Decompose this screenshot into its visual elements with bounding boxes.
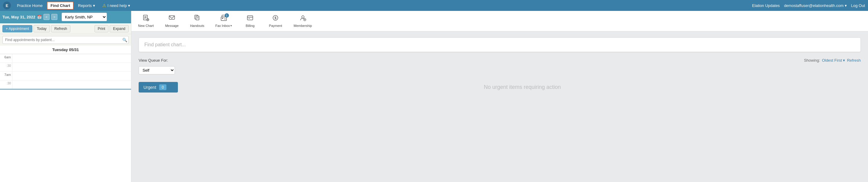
nav-find-chart[interactable]: Find Chart [47, 1, 74, 10]
next-date-button[interactable]: > [51, 14, 57, 20]
right-panel: New Chart Message [131, 11, 868, 182]
payment-icon: $ [272, 14, 279, 23]
urgent-count-badge: 0 [159, 84, 166, 90]
message-button[interactable]: Message [163, 13, 181, 29]
nav-reports[interactable]: Reports ▾ [75, 2, 98, 9]
membership-icon [300, 14, 306, 23]
svg-text:$: $ [275, 16, 276, 20]
add-appointment-button[interactable]: + Appointment [2, 25, 32, 32]
user-dropdown-icon: ▾ [845, 3, 847, 8]
logo: E [3, 1, 11, 9]
print-button[interactable]: Print [95, 25, 109, 32]
svg-point-22 [302, 16, 304, 18]
new-chart-icon [143, 14, 149, 23]
calendar-icon[interactable]: 📅 [37, 15, 42, 19]
payment-button[interactable]: $ Payment [267, 13, 284, 29]
time-cell-6am[interactable] [12, 54, 131, 63]
nav-help[interactable]: ⚠ I need help ▾ [99, 2, 133, 9]
queue-top-row: View Queue For: Showing: Oldest First ▾ … [138, 58, 861, 63]
reports-dropdown-icon: ▾ [93, 3, 95, 8]
time-cell-7am[interactable] [12, 72, 131, 80]
elation-updates-link[interactable]: Elation Updates [752, 3, 780, 8]
calendar-grid: 6am :30 7am :30 [0, 54, 131, 182]
svg-rect-12 [221, 17, 226, 21]
handouts-button[interactable]: Handouts [188, 13, 206, 29]
search-row: 🔍 [0, 34, 131, 46]
no-urgent-message: No urgent items requiring action [184, 78, 861, 96]
time-label-7am: 7am [0, 72, 12, 80]
nav-right: Elation Updates demostaffuser@elationhea… [752, 3, 865, 8]
payment-label: Payment [269, 24, 282, 28]
showing-label: Showing: [804, 58, 820, 63]
current-date: Tue, May 31, 2022 [2, 15, 35, 19]
showing-value-link[interactable]: Oldest First ▾ [822, 58, 845, 63]
message-icon [168, 14, 175, 23]
main-content: Find patient chart... View Queue For: Sh… [131, 31, 868, 182]
billing-button[interactable]: Billing [241, 13, 259, 29]
time-slot-730: :30 [0, 81, 131, 90]
action-toolbar: + Appointment Today Refresh Print Expand [0, 23, 131, 34]
provider-select[interactable]: Karly Smith, NP [62, 13, 107, 21]
queue-refresh-link[interactable]: Refresh [847, 58, 861, 63]
time-slot-6am: 6am [0, 54, 131, 63]
nav-practice-home[interactable]: Practice Home [14, 2, 45, 9]
main-layout: Tue, May 31, 2022 📅 < > Karly Smith, NP … [0, 11, 868, 182]
svg-rect-17 [247, 16, 253, 20]
queue-select-row: Self Everyone [138, 66, 861, 74]
time-cell-730[interactable] [12, 81, 131, 89]
time-cell-630[interactable] [12, 63, 131, 71]
fax-badge: 1 [225, 13, 229, 18]
find-patient-chart-input[interactable]: Find patient chart... [138, 37, 861, 52]
warning-icon: ⚠ [102, 3, 106, 8]
new-chart-button[interactable]: New Chart [136, 13, 156, 29]
queue-view-controls: View Queue For: [138, 58, 168, 63]
new-chart-label: New Chart [138, 24, 154, 28]
today-button[interactable]: Today [33, 25, 50, 32]
queue-view-label: View Queue For: [138, 58, 168, 63]
user-menu[interactable]: demostaffuser@elationhealth.com ▾ [784, 3, 847, 8]
help-dropdown-icon: ▾ [128, 3, 130, 8]
queue-for-select[interactable]: Self Everyone [138, 66, 175, 74]
handouts-icon [194, 14, 200, 23]
prev-date-button[interactable]: < [43, 14, 50, 20]
fax-dropdown-icon: ▾ [230, 24, 232, 27]
billing-label: Billing [246, 24, 255, 28]
showing-dropdown-icon: ▾ [843, 58, 845, 63]
action-icons-bar: New Chart Message [131, 11, 868, 31]
logout-link[interactable]: Log Out [851, 3, 865, 8]
date-toolbar: Tue, May 31, 2022 📅 < > Karly Smith, NP [0, 11, 131, 23]
time-label-630: :30 [0, 63, 12, 71]
refresh-appointments-button[interactable]: Refresh [51, 25, 70, 32]
queue-section: View Queue For: Showing: Oldest First ▾ … [138, 58, 861, 96]
fax-inbox-button[interactable]: 1 Fax Inbox ▾ [214, 13, 234, 29]
membership-button[interactable]: Membership [292, 13, 314, 29]
queue-showing: Showing: Oldest First ▾ Refresh [804, 58, 861, 63]
search-icon: 🔍 [122, 38, 127, 42]
message-label: Message [165, 24, 179, 28]
time-label-730: :30 [0, 81, 12, 89]
top-nav: E Practice Home Find Chart Reports ▾ ⚠ I… [0, 0, 868, 11]
billing-icon [247, 14, 253, 23]
time-label-6am: 6am [0, 54, 12, 63]
handouts-label: Handouts [190, 24, 204, 28]
urgent-button[interactable]: Urgent 0 [138, 82, 178, 92]
left-panel: Tue, May 31, 2022 📅 < > Karly Smith, NP … [0, 11, 131, 182]
fax-inbox-label: Fax Inbox ▾ [215, 24, 232, 28]
svg-rect-13 [222, 18, 223, 19]
membership-label: Membership [293, 24, 312, 28]
expand-button[interactable]: Expand [110, 25, 129, 32]
search-wrap: 🔍 [2, 36, 129, 44]
urgent-row: Urgent 0 No urgent items requiring actio… [138, 78, 861, 96]
time-slot-630: :30 [0, 63, 131, 72]
search-button[interactable]: 🔍 [122, 38, 127, 42]
fax-inbox-icon: 1 [220, 14, 227, 23]
calendar-header: Tuesday 05/31 [0, 46, 131, 54]
time-slot-7am: 7am [0, 72, 131, 81]
appointment-search-input[interactable] [2, 36, 129, 44]
